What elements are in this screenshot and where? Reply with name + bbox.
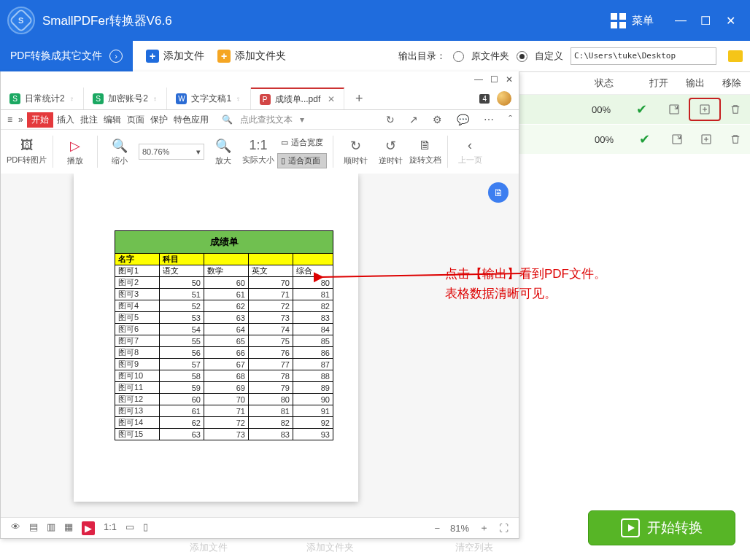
prev-page-button[interactable]: ‹上一页 <box>454 138 486 166</box>
mode3-icon[interactable]: ▯ <box>143 521 148 535</box>
output-path-field[interactable]: C:\Users\tuke\Desktop <box>571 47 716 65</box>
open-button[interactable] <box>662 130 692 149</box>
sheet-cell: 77 <box>249 359 293 370</box>
viewer-close[interactable]: ✕ <box>506 74 513 85</box>
menu-label[interactable]: 菜单 <box>632 14 654 28</box>
viewer-tab[interactable]: S日常统计2♀ <box>1 88 84 109</box>
fit-page-button[interactable]: ▯适合页面 <box>277 153 327 168</box>
add-folder-button[interactable]: +添加文件夹 <box>217 50 286 63</box>
hamburger-icon[interactable]: ≡ <box>5 113 15 126</box>
viewer-tab[interactable]: W文字文稿1♀ <box>167 88 250 109</box>
filetype-icon: W <box>176 93 187 104</box>
close-button[interactable]: ✕ <box>718 10 743 31</box>
sheet-cell: 63 <box>204 312 249 324</box>
sheet-cell: 81 <box>249 405 293 417</box>
viewer-tab[interactable]: S加密账号2♀ <box>84 88 167 109</box>
rotate-doc-button[interactable]: 🗎旋转文档 <box>409 138 441 166</box>
more-icon[interactable]: » <box>16 113 26 126</box>
add-folder-label: 添加文件夹 <box>235 50 286 63</box>
sheet-table: 成绩单名字科目图可1语文数学英文综合图可250607080图可351617181… <box>115 230 333 440</box>
sheet-header <box>204 254 249 265</box>
menu-item[interactable]: 批注 <box>78 112 100 128</box>
menu-icon[interactable] <box>611 13 626 28</box>
sheet-cell: 图可7 <box>115 335 160 347</box>
zoom-plus[interactable]: ＋ <box>479 521 489 534</box>
progress-pct: 00% <box>579 104 623 115</box>
menu-item[interactable]: 页面 <box>125 112 147 128</box>
play-icon[interactable]: ▶ <box>82 521 95 535</box>
menu-item[interactable]: 插入 <box>55 112 77 128</box>
actual-size-button[interactable]: 1:1实际大小 <box>242 138 274 166</box>
sheet-cell: 59 <box>160 382 204 394</box>
open-button[interactable] <box>660 100 689 119</box>
avatar[interactable] <box>497 91 511 106</box>
pdf-to-image-button[interactable]: 🖼PDF转图片 <box>7 138 47 166</box>
layout1-icon[interactable]: ▤ <box>29 521 38 535</box>
fit-width-button[interactable]: ▭适合宽度 <box>277 135 327 150</box>
annotation-line2: 表格数据清晰可见。 <box>445 284 606 303</box>
layout3-icon[interactable]: ▦ <box>64 521 73 535</box>
play-button[interactable]: ▷播放 <box>59 138 91 166</box>
add-file-button[interactable]: +添加文件 <box>146 50 204 63</box>
sheet-title: 成绩单 <box>115 231 333 254</box>
rotate-cw-button[interactable]: ↻顺时针 <box>339 138 371 166</box>
tab-close-icon[interactable]: ✕ <box>328 94 335 104</box>
sheet-cell: 图可11 <box>115 382 160 394</box>
new-tab-button[interactable]: + <box>344 88 374 109</box>
chat-icon[interactable]: 💬 <box>455 112 471 127</box>
sync-icon[interactable]: ↻ <box>384 112 397 127</box>
minimize-button[interactable]: — <box>668 10 693 31</box>
mode1-icon[interactable]: 1:1 <box>104 521 117 535</box>
sheet-cell: 图可3 <box>115 289 160 300</box>
menu-item[interactable]: 编辑 <box>101 112 123 128</box>
sheet-cell: 66 <box>204 347 249 359</box>
sheet-cell: 72 <box>249 300 293 312</box>
rotate-ccw-button[interactable]: ↺逆时针 <box>374 138 406 166</box>
chevron-up-icon[interactable]: ˆ <box>506 112 514 127</box>
sheet-subheader: 数学 <box>204 265 249 277</box>
sheet-cell: 图可2 <box>115 277 160 289</box>
col-status: 状态 <box>568 77 641 90</box>
annotation-line1: 点击【输出】看到PDF文件。 <box>445 264 606 284</box>
radio-custom[interactable] <box>517 51 527 62</box>
zoom-in-button[interactable]: 🔍放大 <box>207 138 239 166</box>
maximize-button[interactable]: ☐ <box>693 10 718 31</box>
menu-item[interactable]: 特色应用 <box>171 112 211 128</box>
start-convert-button[interactable]: 开始转换 <box>588 510 735 545</box>
fullscreen-icon[interactable]: ⛶ <box>499 523 509 534</box>
zoom-minus[interactable]: − <box>434 523 440 534</box>
viewer-canvas[interactable]: 🗎 成绩单名字科目图可1语文数学英文综合图可250607080图可3516171… <box>1 174 519 518</box>
delete-button[interactable] <box>721 100 750 119</box>
viewer-tab[interactable]: P成绩单...pdf✕ <box>251 88 345 109</box>
sheet-cell: 70 <box>249 277 293 289</box>
menu-item[interactable]: 保护 <box>148 112 170 128</box>
output-dir-label: 输出目录： <box>398 50 446 63</box>
sheet-cell: 62 <box>160 417 204 429</box>
output-button[interactable] <box>692 130 721 149</box>
zoom-out-button[interactable]: 🔍缩小 <box>104 138 136 166</box>
viewer-maximize[interactable]: ☐ <box>490 74 498 85</box>
sheet-cell: 68 <box>204 370 249 382</box>
arrow-left-icon: ‹ <box>468 138 472 153</box>
folder-icon[interactable] <box>728 50 743 62</box>
share-icon[interactable]: ↗ <box>407 112 420 127</box>
menu-start[interactable]: 开始 <box>27 112 53 128</box>
sheet-cell: 93 <box>293 429 333 440</box>
zoom-level[interactable]: 80.76%▾ <box>139 144 204 160</box>
mode-button[interactable]: PDF转换成其它文件 › <box>0 41 133 71</box>
float-action-button[interactable]: 🗎 <box>488 182 509 203</box>
zoom-out-icon: 🔍 <box>112 138 128 154</box>
layout2-icon[interactable]: ▥ <box>47 521 55 535</box>
delete-button[interactable] <box>721 130 750 149</box>
gear-icon[interactable]: ⚙ <box>430 112 444 127</box>
more-h-icon[interactable]: ⋯ <box>482 112 496 127</box>
sheet-cell: 69 <box>204 382 249 394</box>
output-button[interactable] <box>689 98 721 121</box>
viewer-minimize[interactable]: — <box>474 74 483 85</box>
radio-original[interactable] <box>453 51 464 62</box>
search-box[interactable]: 🔍 点此查找文本 ▾ <box>220 112 322 128</box>
sheet-cell: 80 <box>249 394 293 405</box>
sheet-cell: 图可10 <box>115 370 160 382</box>
eye-icon[interactable]: 👁 <box>11 521 20 535</box>
mode2-icon[interactable]: ▭ <box>125 521 134 535</box>
